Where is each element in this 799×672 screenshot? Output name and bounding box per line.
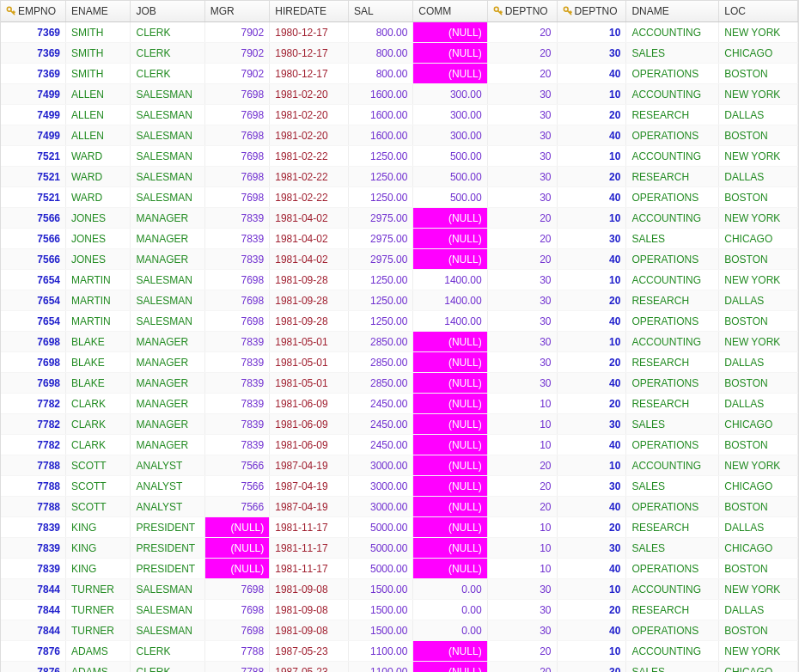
cell-sal[interactable]: 1250.00 (348, 311, 412, 332)
cell-empno[interactable]: 7566 (1, 229, 65, 249)
cell-loc[interactable]: CHICAGO (719, 414, 798, 435)
cell-loc[interactable]: BOSTON (719, 497, 798, 517)
cell-hiredate[interactable]: 1981-11-17 (270, 517, 349, 538)
cell-comm[interactable]: (NULL) (413, 455, 487, 476)
cell-dname[interactable]: ACCOUNTING (626, 579, 719, 600)
cell-deptno2[interactable]: 30 (557, 414, 626, 435)
cell-dname[interactable]: ACCOUNTING (626, 270, 719, 290)
cell-deptno1[interactable]: 30 (487, 290, 557, 311)
cell-mgr[interactable]: 7698 (204, 187, 269, 208)
cell-mgr[interactable]: 7839 (204, 414, 269, 435)
cell-empno[interactable]: 7782 (1, 435, 65, 455)
cell-loc[interactable]: NEW YORK (719, 270, 798, 290)
cell-mgr[interactable]: 7698 (204, 146, 269, 167)
table-row[interactable]: 7369SMITHCLERK79021980-12-17800.00(NULL)… (1, 22, 798, 43)
cell-mgr[interactable]: 7698 (204, 600, 269, 620)
cell-dname[interactable]: ACCOUNTING (626, 146, 719, 167)
cell-dname[interactable]: ACCOUNTING (626, 455, 719, 476)
cell-hiredate[interactable]: 1981-09-08 (270, 579, 349, 600)
cell-job[interactable]: SALESMAN (131, 270, 204, 290)
cell-ename[interactable]: SCOTT (65, 476, 130, 497)
cell-deptno2[interactable]: 40 (557, 497, 626, 517)
cell-comm[interactable]: 0.00 (413, 620, 487, 641)
cell-loc[interactable]: BOSTON (719, 620, 798, 641)
cell-ename[interactable]: JONES (65, 208, 130, 229)
cell-deptno2[interactable]: 20 (557, 394, 626, 414)
cell-ename[interactable]: ALLEN (65, 125, 130, 146)
cell-loc[interactable]: CHICAGO (719, 476, 798, 497)
cell-job[interactable]: MANAGER (131, 373, 204, 394)
cell-deptno2[interactable]: 40 (557, 620, 626, 641)
cell-mgr[interactable]: 7839 (204, 435, 269, 455)
cell-deptno1[interactable]: 10 (487, 394, 557, 414)
cell-mgr[interactable]: 7698 (204, 270, 269, 290)
cell-hiredate[interactable]: 1981-06-09 (270, 414, 349, 435)
table-row[interactable]: 7788SCOTTANALYST75661987-04-193000.00(NU… (1, 497, 798, 517)
cell-deptno1[interactable]: 30 (487, 311, 557, 332)
cell-dname[interactable]: OPERATIONS (626, 559, 719, 579)
cell-deptno1[interactable]: 30 (487, 600, 557, 620)
cell-deptno2[interactable]: 30 (557, 229, 626, 249)
cell-loc[interactable]: BOSTON (719, 64, 798, 84)
cell-comm[interactable]: 0.00 (413, 600, 487, 620)
cell-dname[interactable]: ACCOUNTING (626, 208, 719, 229)
column-header-deptno2[interactable]: DEPTNO (557, 1, 626, 22)
cell-dname[interactable]: SALES (626, 414, 719, 435)
cell-empno[interactable]: 7788 (1, 455, 65, 476)
cell-empno[interactable]: 7844 (1, 600, 65, 620)
cell-hiredate[interactable]: 1981-04-02 (270, 208, 349, 229)
table-row[interactable]: 7782CLARKMANAGER78391981-06-092450.00(NU… (1, 414, 798, 435)
cell-ename[interactable]: SMITH (65, 22, 130, 43)
cell-empno[interactable]: 7839 (1, 538, 65, 559)
cell-job[interactable]: CLERK (131, 43, 204, 64)
cell-mgr[interactable]: 7839 (204, 229, 269, 249)
cell-sal[interactable]: 2850.00 (348, 332, 412, 352)
cell-comm[interactable]: (NULL) (413, 435, 487, 455)
table-row[interactable]: 7499ALLENSALESMAN76981981-02-201600.0030… (1, 105, 798, 125)
cell-hiredate[interactable]: 1981-06-09 (270, 394, 349, 414)
cell-sal[interactable]: 5000.00 (348, 517, 412, 538)
cell-deptno2[interactable]: 30 (557, 43, 626, 64)
cell-hiredate[interactable]: 1987-04-19 (270, 497, 349, 517)
cell-ename[interactable]: WARD (65, 187, 130, 208)
cell-loc[interactable]: DALLAS (719, 167, 798, 187)
table-row[interactable]: 7839KINGPRESIDENT(NULL)1981-11-175000.00… (1, 538, 798, 559)
cell-dname[interactable]: OPERATIONS (626, 125, 719, 146)
cell-ename[interactable]: SMITH (65, 64, 130, 84)
cell-deptno1[interactable]: 10 (487, 414, 557, 435)
cell-comm[interactable]: (NULL) (413, 394, 487, 414)
cell-hiredate[interactable]: 1981-06-09 (270, 435, 349, 455)
cell-dname[interactable]: OPERATIONS (626, 187, 719, 208)
cell-sal[interactable]: 3000.00 (348, 476, 412, 497)
cell-hiredate[interactable]: 1987-04-19 (270, 455, 349, 476)
table-row[interactable]: 7698BLAKEMANAGER78391981-05-012850.00(NU… (1, 332, 798, 352)
cell-sal[interactable]: 1500.00 (348, 620, 412, 641)
cell-job[interactable]: MANAGER (131, 414, 204, 435)
cell-sal[interactable]: 2450.00 (348, 394, 412, 414)
cell-sal[interactable]: 1100.00 (348, 641, 412, 662)
cell-mgr[interactable]: 7839 (204, 208, 269, 229)
cell-sal[interactable]: 1600.00 (348, 84, 412, 105)
cell-comm[interactable]: (NULL) (413, 229, 487, 249)
cell-mgr[interactable]: 7839 (204, 249, 269, 270)
cell-empno[interactable]: 7369 (1, 43, 65, 64)
cell-loc[interactable]: BOSTON (719, 559, 798, 579)
cell-mgr[interactable]: 7698 (204, 311, 269, 332)
cell-comm[interactable]: (NULL) (413, 559, 487, 579)
cell-ename[interactable]: MARTIN (65, 290, 130, 311)
column-header-comm[interactable]: COMM (413, 1, 487, 22)
cell-job[interactable]: CLERK (131, 662, 204, 673)
column-header-loc[interactable]: LOC (719, 1, 798, 22)
cell-ename[interactable]: TURNER (65, 600, 130, 620)
cell-hiredate[interactable]: 1981-02-22 (270, 146, 349, 167)
cell-job[interactable]: ANALYST (131, 455, 204, 476)
cell-sal[interactable]: 1250.00 (348, 187, 412, 208)
cell-comm[interactable]: 300.00 (413, 125, 487, 146)
cell-loc[interactable]: DALLAS (719, 394, 798, 414)
cell-deptno2[interactable]: 20 (557, 600, 626, 620)
table-row[interactable]: 7876ADAMSCLERK77881987-05-231100.00(NULL… (1, 662, 798, 673)
cell-job[interactable]: CLERK (131, 641, 204, 662)
cell-deptno1[interactable]: 10 (487, 517, 557, 538)
cell-job[interactable]: ANALYST (131, 497, 204, 517)
cell-empno[interactable]: 7788 (1, 476, 65, 497)
